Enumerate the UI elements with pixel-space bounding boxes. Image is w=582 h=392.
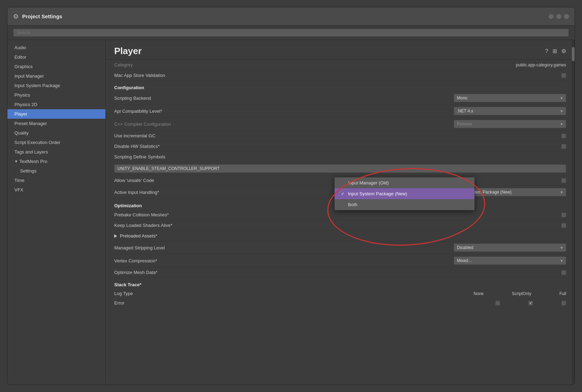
hw-stats-checkbox[interactable] bbox=[561, 144, 566, 149]
mac-app-store-checkbox[interactable] bbox=[561, 73, 566, 78]
sidebar-item-physics[interactable]: Physics bbox=[7, 90, 105, 100]
checkmark-new: ✓ bbox=[340, 191, 345, 196]
gear-icon: ⚙ bbox=[13, 13, 19, 20]
active-input-popup: Input Manager (Old) ✓ Input System Packa… bbox=[334, 177, 475, 210]
popup-item-both[interactable]: Both bbox=[335, 199, 474, 210]
sidebar-item-graphics[interactable]: Graphics bbox=[7, 62, 105, 71]
scripting-backend-value: Mono ▼ bbox=[454, 94, 566, 102]
scrollbar-thumb[interactable] bbox=[572, 47, 575, 61]
sidebar: Audio Editor Graphics Input Manager Inpu… bbox=[7, 40, 106, 385]
error-label: Error bbox=[114, 300, 454, 306]
project-settings-window: ⚙ Project Settings Audio Editor Graphics… bbox=[7, 7, 575, 385]
content-area: Player ? ⊞ ⚙ Category public.app-categor… bbox=[106, 40, 575, 385]
sidebar-item-input-system[interactable]: Input System Package bbox=[7, 81, 105, 90]
stripping-row: Managed Stripping Level Disabled ▼ bbox=[114, 241, 566, 254]
stripping-label: Managed Stripping Level bbox=[114, 245, 454, 250]
sidebar-item-textmesh-label: TextMesh Pro bbox=[19, 159, 47, 164]
title-bar-left: ⚙ Project Settings bbox=[13, 13, 62, 20]
preloaded-assets-label: Preloaded Assets* bbox=[120, 233, 157, 239]
sidebar-item-time[interactable]: Time bbox=[7, 176, 105, 185]
error-log-row: Error bbox=[114, 298, 566, 308]
log-type-label: Log Type bbox=[114, 291, 454, 296]
incremental-gc-value bbox=[454, 133, 566, 138]
popup-item-both-label: Both bbox=[348, 202, 357, 207]
shaders-alive-row: Keep Loaded Shaders Alive* bbox=[114, 220, 566, 231]
sidebar-item-physics2d[interactable]: Physics 2D bbox=[7, 100, 105, 109]
search-bar bbox=[7, 26, 575, 40]
incremental-gc-row: Use incremental GC bbox=[114, 131, 566, 141]
sidebar-item-input-manager[interactable]: Input Manager bbox=[7, 71, 105, 81]
category-value: public.app-category.games bbox=[454, 62, 566, 67]
scrollbar[interactable] bbox=[572, 40, 575, 385]
sidebar-item-quality[interactable]: Quality bbox=[7, 128, 105, 138]
shaders-alive-value bbox=[454, 223, 566, 228]
scripting-backend-dropdown[interactable]: Mono bbox=[454, 94, 566, 102]
title-bar-controls bbox=[549, 14, 569, 19]
popup-item-old[interactable]: Input Manager (Old) bbox=[335, 177, 474, 188]
vertex-compression-label: Vertex Compression* bbox=[114, 258, 454, 263]
hw-stats-value bbox=[454, 144, 566, 149]
stripping-dropdown[interactable]: Disabled bbox=[454, 243, 566, 252]
scripting-backend-dropdown-wrapper: Mono ▼ bbox=[454, 94, 566, 102]
sidebar-item-audio[interactable]: Audio bbox=[7, 43, 105, 52]
stack-trace-section-header: Stack Trace* bbox=[114, 278, 566, 289]
vertex-compression-dropdown-wrapper: Mixed... ▼ bbox=[454, 256, 566, 265]
scripting-symbols-input[interactable] bbox=[114, 164, 566, 173]
sidebar-item-settings[interactable]: Settings bbox=[7, 166, 105, 176]
api-compat-dropdown[interactable]: .NET 4.x bbox=[454, 107, 566, 115]
sidebar-item-preset[interactable]: Preset Manager bbox=[7, 119, 105, 128]
shaders-alive-label: Keep Loaded Shaders Alive* bbox=[114, 223, 454, 228]
configuration-label: Configuration bbox=[114, 85, 144, 90]
sidebar-item-player[interactable]: Player bbox=[7, 109, 105, 119]
prebake-row: Prebake Collision Meshes* bbox=[114, 210, 566, 220]
unsafe-code-checkbox[interactable] bbox=[561, 178, 566, 183]
error-full-checkbox[interactable] bbox=[561, 301, 566, 306]
preloaded-assets-toggle[interactable]: Preloaded Assets* bbox=[114, 233, 157, 239]
cpp-compiler-dropdown-wrapper: Release ▼ bbox=[454, 120, 566, 128]
sidebar-item-editor[interactable]: Editor bbox=[7, 52, 105, 62]
window-maximize-button[interactable] bbox=[556, 14, 561, 19]
vertex-compression-dropdown[interactable]: Mixed... bbox=[454, 256, 566, 265]
layout-icon[interactable]: ⊞ bbox=[552, 48, 557, 54]
window-minimize-button[interactable] bbox=[549, 14, 554, 19]
scripting-symbols-input-row bbox=[114, 162, 566, 175]
sidebar-item-script-exec[interactable]: Script Execution Order bbox=[7, 138, 105, 147]
log-col-full: Full bbox=[560, 291, 566, 296]
window-title: Project Settings bbox=[22, 13, 62, 19]
category-text: public.app-category.games bbox=[516, 63, 566, 67]
optimization-label: Optimization bbox=[114, 203, 142, 208]
mac-app-store-label: Mac App Store Validation bbox=[114, 73, 454, 78]
popup-item-new[interactable]: ✓ Input System Package (New) bbox=[335, 188, 474, 199]
optimize-mesh-checkbox[interactable] bbox=[561, 270, 566, 275]
search-input[interactable] bbox=[13, 28, 569, 37]
vertex-compression-value: Mixed... ▼ bbox=[454, 256, 566, 265]
window-close-button[interactable] bbox=[564, 14, 569, 19]
api-compat-value: .NET 4.x ▼ bbox=[454, 107, 566, 115]
log-col-scriptonly: ScriptOnly bbox=[512, 291, 531, 296]
sidebar-item-vfx[interactable]: VFX bbox=[7, 185, 105, 195]
sidebar-item-tags[interactable]: Tags and Layers bbox=[7, 147, 105, 157]
api-compat-label: Api Compatibility Level* bbox=[114, 109, 454, 114]
sidebar-item-textmesh[interactable]: ▼ TextMesh Pro bbox=[7, 157, 105, 166]
log-col-none: None bbox=[474, 291, 484, 296]
help-icon[interactable]: ? bbox=[545, 48, 548, 54]
api-compat-dropdown-wrapper: .NET 4.x ▼ bbox=[454, 107, 566, 115]
prebake-value bbox=[454, 213, 566, 217]
mac-app-store-row: Mac App Store Validation bbox=[114, 70, 566, 81]
error-scriptonly-checkbox[interactable] bbox=[528, 301, 533, 306]
prebake-checkbox[interactable] bbox=[561, 213, 566, 217]
log-type-columns: None ScriptOnly Full bbox=[454, 291, 566, 296]
popup-item-new-label: Input System Package (New) bbox=[348, 191, 407, 196]
incremental-gc-label: Use incremental GC bbox=[114, 133, 454, 138]
settings-icon[interactable]: ⚙ bbox=[561, 48, 566, 54]
hw-stats-row: Disable HW Statistics* bbox=[114, 141, 566, 152]
scripting-symbols-row: Scripting Define Symbols bbox=[114, 152, 566, 162]
cpp-compiler-dropdown[interactable]: Release bbox=[454, 120, 566, 128]
api-compat-row: Api Compatibility Level* .NET 4.x ▼ bbox=[114, 105, 566, 118]
incremental-gc-checkbox[interactable] bbox=[561, 133, 566, 138]
shaders-alive-checkbox[interactable] bbox=[561, 223, 566, 228]
expand-arrow-icon: ▼ bbox=[14, 159, 18, 163]
title-bar: ⚙ Project Settings bbox=[7, 7, 575, 26]
content-header: Player ? ⊞ ⚙ bbox=[106, 40, 575, 60]
error-none-checkbox[interactable] bbox=[495, 301, 500, 306]
